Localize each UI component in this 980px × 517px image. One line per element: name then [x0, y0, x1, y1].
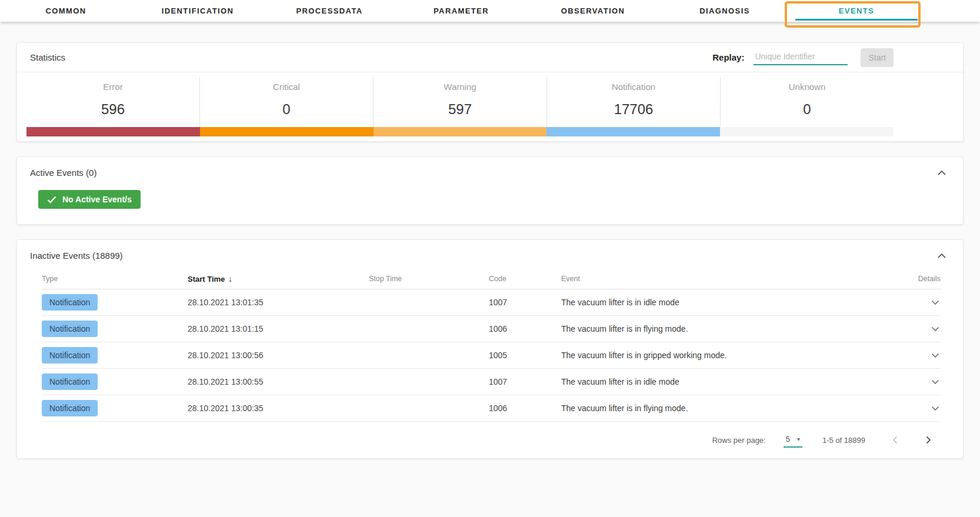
bar-segment-error — [26, 127, 200, 136]
chevron-up-icon — [937, 170, 946, 176]
column-header-stop-time: Stop Time — [369, 275, 489, 283]
event-cell: The vacuum lifter is in flying mode. — [561, 324, 904, 333]
table-row: Notification 28.10.2021 13:01:35 1007 Th… — [42, 289, 941, 316]
counter-warning: Warning 597 — [373, 77, 546, 127]
event-cell: The vacuum lifter is in idle mode — [561, 377, 904, 386]
tab-label: PROCESSDATA — [296, 6, 362, 15]
column-header-label: Start Time — [188, 275, 225, 283]
expand-details-button[interactable] — [930, 377, 941, 387]
start-time-cell: 28.10.2021 13:01:15 — [188, 324, 369, 333]
main-content: Statistics Replay: Start Error 596 Criti… — [16, 42, 964, 459]
counter-value: 0 — [200, 101, 373, 118]
tab-identification[interactable]: IDENTIFICATION — [132, 0, 264, 22]
bar-segment-unknown — [720, 127, 894, 136]
statistics-title: Statistics — [30, 52, 65, 62]
counter-value: 596 — [26, 101, 199, 118]
table-row: Notification 28.10.2021 13:01:15 1006 Th… — [42, 316, 941, 342]
unique-identifier-input[interactable] — [754, 49, 848, 65]
collapse-active-events-button[interactable] — [935, 168, 949, 178]
expand-details-button[interactable] — [930, 324, 941, 334]
bar-segment-warning — [374, 127, 547, 136]
statistics-header: Statistics Replay: Start — [17, 43, 963, 72]
tab-label: IDENTIFICATION — [162, 6, 234, 15]
bar-segment-notification — [546, 127, 720, 136]
chevron-left-icon — [892, 436, 898, 444]
bar-segment-critical — [200, 127, 374, 136]
tab-label: DIAGNOSIS — [699, 6, 750, 15]
column-header-type: Type — [42, 275, 188, 283]
tab-bar: COMMON IDENTIFICATION PROCESSDATA PARAME… — [0, 0, 980, 22]
column-header-event: Event — [561, 275, 904, 283]
tab-processdata[interactable]: PROCESSDATA — [264, 0, 395, 22]
chevron-down-icon — [931, 379, 939, 385]
replay-controls: Replay: Start — [712, 48, 894, 67]
counter-value: 597 — [374, 101, 546, 118]
events-page: COMMON IDENTIFICATION PROCESSDATA PARAME… — [0, 0, 980, 517]
tab-list: COMMON IDENTIFICATION PROCESSDATA PARAME… — [0, 0, 922, 22]
start-time-cell: 28.10.2021 13:00:56 — [188, 351, 369, 360]
column-header-details: Details — [904, 275, 941, 283]
event-cell: The vacuum lifter is in idle mode — [561, 298, 904, 307]
no-active-events-badge: No Active Event/s — [38, 190, 141, 209]
column-header-code: Code — [489, 275, 561, 283]
inactive-events-title: Inactive Events (18899) — [30, 251, 123, 261]
counter-label: Error — [26, 82, 199, 92]
expand-details-button[interactable] — [930, 403, 941, 413]
counter-error: Error 596 — [26, 77, 199, 127]
tab-parameter[interactable]: PARAMETER — [395, 0, 527, 22]
statistics-card: Statistics Replay: Start Error 596 Criti… — [16, 42, 964, 142]
chevron-right-icon — [926, 436, 931, 444]
dropdown-arrow-icon: ▾ — [797, 436, 800, 442]
counter-unknown: Unknown 0 — [720, 77, 894, 127]
event-cell: The vacuum lifter is in gripped working … — [561, 351, 904, 360]
previous-page-button[interactable] — [890, 433, 900, 446]
highlight-annotation-box — [785, 1, 921, 28]
table-row: Notification 28.10.2021 13:00:56 1005 Th… — [42, 342, 941, 369]
rows-per-page-value: 5 — [786, 435, 790, 443]
event-type-chip: Notification — [42, 347, 98, 363]
active-events-card: Active Events (0) No Active Event/s — [16, 156, 964, 225]
counter-value: 0 — [721, 101, 894, 118]
counter-critical: Critical 0 — [199, 77, 373, 127]
active-events-title: Active Events (0) — [30, 168, 96, 178]
counter-label: Critical — [200, 82, 373, 92]
expand-details-button[interactable] — [930, 351, 941, 361]
table-row: Notification 28.10.2021 13:00:55 1007 Th… — [42, 369, 941, 395]
expand-details-button[interactable] — [930, 298, 941, 308]
table-header-row: Type Start Time ↓ Stop Time Code Event D… — [42, 268, 941, 289]
tab-common[interactable]: COMMON — [0, 0, 132, 22]
start-time-cell: 28.10.2021 13:01:35 — [188, 298, 369, 307]
start-button[interactable]: Start — [861, 48, 894, 67]
replay-label: Replay: — [712, 52, 744, 62]
counter-notification: Notification 17706 — [546, 77, 720, 127]
chevron-down-icon — [931, 300, 939, 305]
inactive-events-header: Inactive Events (18899) — [17, 240, 963, 261]
code-cell: 1005 — [489, 351, 561, 360]
tab-label: COMMON — [45, 6, 86, 15]
counter-label: Unknown — [721, 82, 894, 92]
badge-label: No Active Event/s — [62, 195, 132, 204]
tab-observation[interactable]: OBSERVATION — [527, 0, 659, 22]
tab-diagnosis[interactable]: DIAGNOSIS — [659, 0, 791, 22]
next-page-button[interactable] — [924, 433, 934, 446]
event-type-chip: Notification — [42, 321, 98, 337]
column-header-start-time[interactable]: Start Time ↓ — [188, 274, 369, 283]
chevron-down-icon — [931, 406, 939, 411]
code-cell: 1006 — [489, 324, 561, 333]
counter-label: Warning — [374, 82, 546, 92]
active-events-header: Active Events (0) — [17, 157, 963, 178]
table-pagination: Rows per page: 5 ▾ 1-5 of 18899 — [17, 422, 963, 458]
inactive-events-card: Inactive Events (18899) Type Start Time … — [16, 239, 964, 459]
pagination-range-label: 1-5 of 18899 — [822, 436, 865, 445]
collapse-inactive-events-button[interactable] — [935, 251, 949, 261]
chevron-down-icon — [931, 326, 939, 332]
code-cell: 1007 — [489, 298, 561, 307]
code-cell: 1006 — [489, 403, 561, 413]
event-type-chip: Notification — [42, 294, 98, 311]
counter-value: 17706 — [547, 101, 720, 118]
event-type-chip: Notification — [42, 373, 98, 390]
rows-per-page-select[interactable]: 5 ▾ — [784, 433, 802, 448]
table-row: Notification 28.10.2021 13:00:35 1006 Th… — [42, 395, 941, 422]
start-time-cell: 28.10.2021 13:00:55 — [188, 377, 369, 386]
chevron-down-icon — [931, 353, 939, 358]
